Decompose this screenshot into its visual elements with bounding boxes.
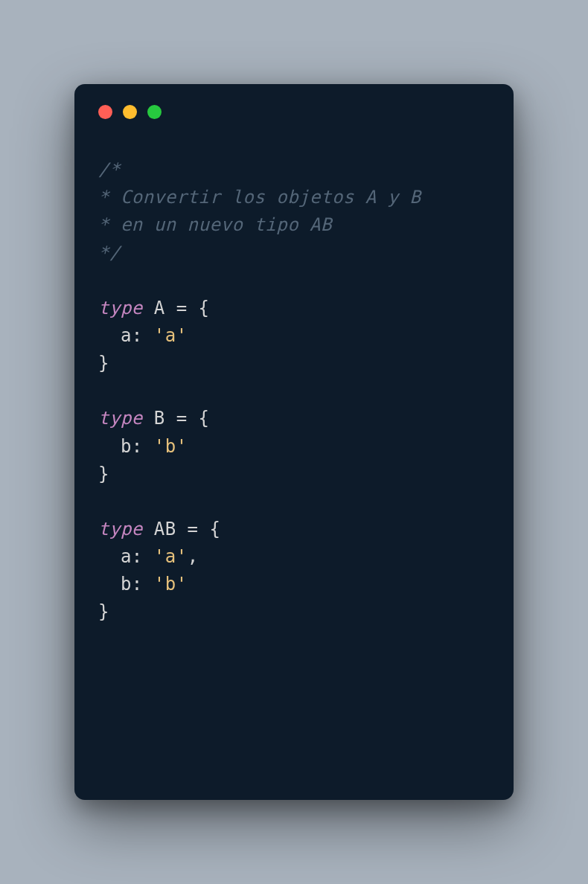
type-property: b: 'b': [98, 571, 490, 598]
property-name: b: [121, 574, 132, 595]
type-declaration: type AB = {: [98, 516, 490, 543]
blank-line: [98, 488, 490, 516]
maximize-icon[interactable]: [147, 105, 162, 119]
keyword-type: type: [98, 519, 143, 539]
close-brace-line: }: [98, 598, 490, 626]
indent: [98, 574, 121, 595]
type-declaration: type B = {: [98, 405, 490, 432]
colon: :: [132, 436, 154, 457]
close-brace: }: [98, 601, 109, 622]
indent: [98, 325, 121, 346]
close-brace: }: [98, 464, 109, 484]
type-name: A: [143, 298, 176, 318]
equals: =: [176, 408, 199, 429]
type-property: b: 'b': [98, 433, 490, 461]
type-name: B: [143, 408, 176, 429]
keyword-type: type: [98, 408, 143, 429]
comment-line: * Convertir los objetos A y B: [98, 184, 490, 211]
close-icon[interactable]: [98, 105, 112, 119]
close-brace-line: }: [98, 461, 490, 488]
string-literal: 'b': [154, 436, 188, 457]
traffic-lights: [74, 105, 514, 119]
type-property: a: 'a': [98, 322, 490, 350]
comma: ,: [188, 546, 199, 567]
code-block: /* * Convertir los objetos A y B * en un…: [74, 156, 514, 627]
type-property: a: 'a',: [98, 543, 490, 571]
indent: [98, 546, 121, 567]
keyword-type: type: [98, 298, 143, 318]
type-name: AB: [143, 519, 188, 539]
open-brace: {: [210, 519, 221, 539]
comment-line: */: [98, 240, 490, 267]
colon: :: [132, 325, 154, 346]
equals: =: [188, 519, 210, 539]
comment-line: * en un nuevo tipo AB: [98, 211, 490, 239]
property-name: a: [121, 546, 132, 567]
comment-line: /*: [98, 156, 490, 184]
open-brace: {: [199, 298, 210, 318]
string-literal: 'a': [154, 546, 188, 567]
equals: =: [176, 298, 199, 318]
indent: [98, 436, 121, 457]
property-name: a: [121, 325, 132, 346]
blank-line: [98, 267, 490, 295]
string-literal: 'a': [154, 325, 188, 346]
property-name: b: [121, 436, 132, 457]
close-brace-line: }: [98, 350, 490, 377]
blank-line: [98, 377, 490, 405]
string-literal: 'b': [154, 574, 188, 595]
close-brace: }: [98, 353, 109, 374]
colon: :: [132, 574, 154, 595]
minimize-icon[interactable]: [123, 105, 137, 119]
colon: :: [132, 546, 154, 567]
type-declaration: type A = {: [98, 295, 490, 322]
code-window: /* * Convertir los objetos A y B * en un…: [74, 84, 514, 800]
open-brace: {: [199, 408, 210, 429]
